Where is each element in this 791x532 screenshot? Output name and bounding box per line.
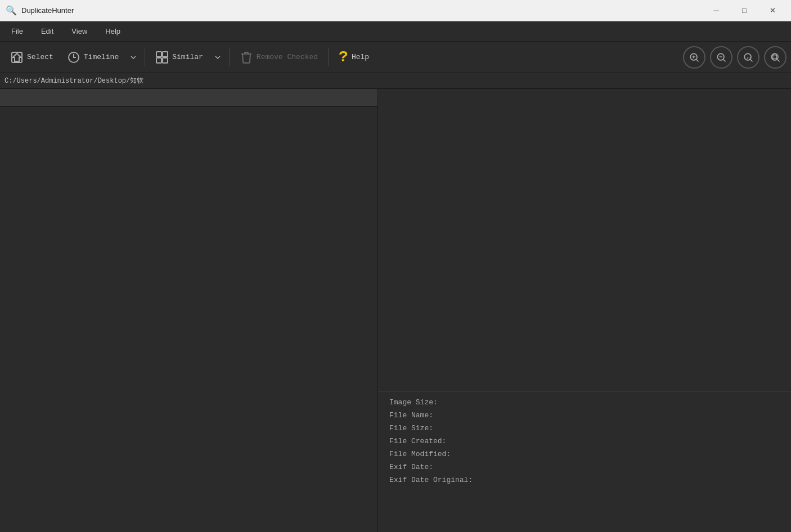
info-exif-date: Exif Date: <box>389 463 780 471</box>
select-label: Select <box>27 53 53 61</box>
similar-label: Similar <box>172 53 203 61</box>
svg-line-9 <box>696 59 699 61</box>
similar-dropdown-arrow[interactable] <box>211 47 224 67</box>
svg-rect-17 <box>773 55 777 58</box>
minimize-button[interactable]: ─ <box>703 2 729 19</box>
timeline-button[interactable]: Timeline <box>61 47 124 67</box>
svg-line-18 <box>777 59 780 61</box>
menu-view[interactable]: View <box>62 24 96 39</box>
info-exif-date-original: Exif Date Original: <box>389 476 780 484</box>
similar-button[interactable]: Similar <box>150 47 209 67</box>
info-file-name-label: File Name: <box>389 411 433 420</box>
help-label: Help <box>352 53 369 61</box>
separator-1 <box>145 48 145 66</box>
main-content: Image Size: File Name: File Size: File C… <box>0 89 791 532</box>
help-button[interactable]: ? Help <box>333 46 375 69</box>
info-image-size: Image Size: <box>389 398 780 407</box>
separator-2 <box>229 48 230 66</box>
right-panel: Image Size: File Name: File Size: File C… <box>378 89 791 532</box>
remove-checked-label: Remove Checked <box>257 53 318 61</box>
title-left-group: 🔍 DuplicateHunter <box>6 5 74 16</box>
timeline-icon <box>67 51 80 64</box>
zoom-out-button[interactable] <box>710 46 732 69</box>
info-file-name: File Name: <box>389 411 780 420</box>
timeline-label: Timeline <box>84 53 119 61</box>
current-path: C:/Users/Administrator/Desktop/知软 <box>5 76 143 85</box>
svg-text:1:1: 1:1 <box>747 56 751 59</box>
menu-bar: File Edit View Help <box>0 21 791 42</box>
svg-line-15 <box>750 59 753 61</box>
file-list-header <box>0 89 377 107</box>
svg-rect-4 <box>156 58 161 63</box>
info-file-created-label: File Created: <box>389 437 446 445</box>
app-icon: 🔍 <box>6 5 17 16</box>
menu-help[interactable]: Help <box>96 24 129 39</box>
similar-icon <box>155 51 169 64</box>
title-controls: ─ □ ✕ <box>703 2 785 19</box>
separator-3 <box>328 48 329 66</box>
file-list-body[interactable] <box>0 107 377 532</box>
menu-edit[interactable]: Edit <box>32 24 62 39</box>
maximize-button[interactable]: □ <box>731 2 757 19</box>
zoom-1to1-button[interactable]: 1:1 <box>737 46 759 69</box>
left-panel <box>0 89 378 532</box>
svg-point-16 <box>771 53 778 60</box>
close-button[interactable]: ✕ <box>759 2 785 19</box>
timeline-dropdown-arrow[interactable] <box>127 47 140 67</box>
info-file-modified: File Modified: <box>389 450 780 458</box>
toolbar: Select Timeline Similar Remove Chec <box>0 42 791 73</box>
path-bar: C:/Users/Administrator/Desktop/知软 <box>0 73 791 89</box>
svg-line-12 <box>723 59 726 61</box>
svg-rect-5 <box>163 58 168 63</box>
svg-rect-3 <box>163 52 168 57</box>
info-file-created: File Created: <box>389 437 780 445</box>
info-image-size-label: Image Size: <box>389 398 438 407</box>
app-title: DuplicateHunter <box>21 6 74 15</box>
menu-file[interactable]: File <box>2 24 32 39</box>
select-button[interactable]: Select <box>5 47 59 67</box>
zoom-in-button[interactable] <box>683 46 705 69</box>
zoom-fit-button[interactable] <box>764 46 786 69</box>
remove-checked-button[interactable]: Remove Checked <box>234 47 323 67</box>
help-icon: ? <box>339 49 348 65</box>
info-exif-date-label: Exif Date: <box>389 463 433 471</box>
info-panel: Image Size: File Name: File Size: File C… <box>378 391 791 532</box>
info-file-size-label: File Size: <box>389 424 433 432</box>
select-icon <box>10 51 24 64</box>
svg-rect-2 <box>156 52 161 57</box>
info-exif-date-original-label: Exif Date Original: <box>389 476 473 484</box>
preview-area <box>378 89 791 391</box>
info-file-modified-label: File Modified: <box>389 450 451 458</box>
info-file-size: File Size: <box>389 424 780 432</box>
trash-icon <box>240 51 253 64</box>
title-bar: 🔍 DuplicateHunter ─ □ ✕ <box>0 0 791 21</box>
